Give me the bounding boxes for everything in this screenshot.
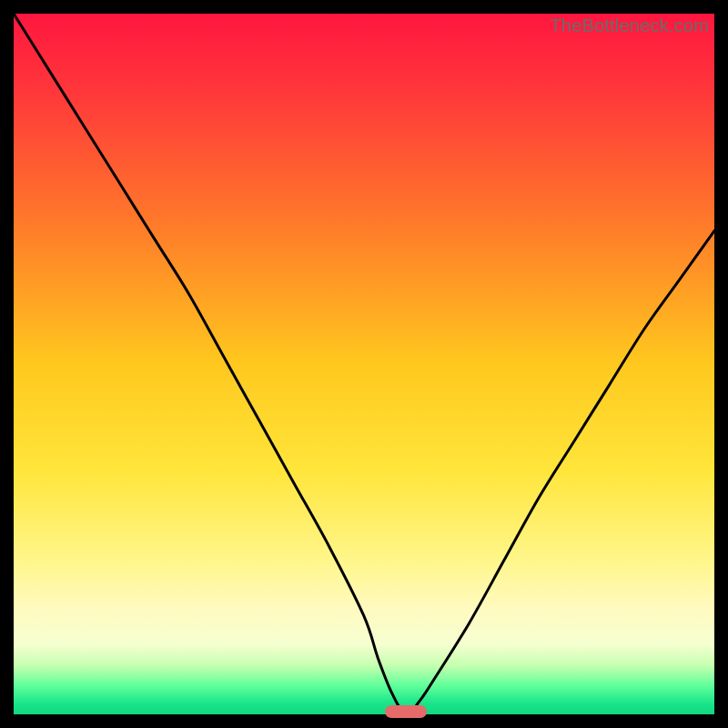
gradient-background xyxy=(14,14,714,714)
notch-marker xyxy=(385,705,427,718)
chart-frame: TheBottleneck.com xyxy=(14,14,714,714)
watermark-label: TheBottleneck.com xyxy=(550,15,709,36)
bottleneck-plot xyxy=(14,14,714,714)
